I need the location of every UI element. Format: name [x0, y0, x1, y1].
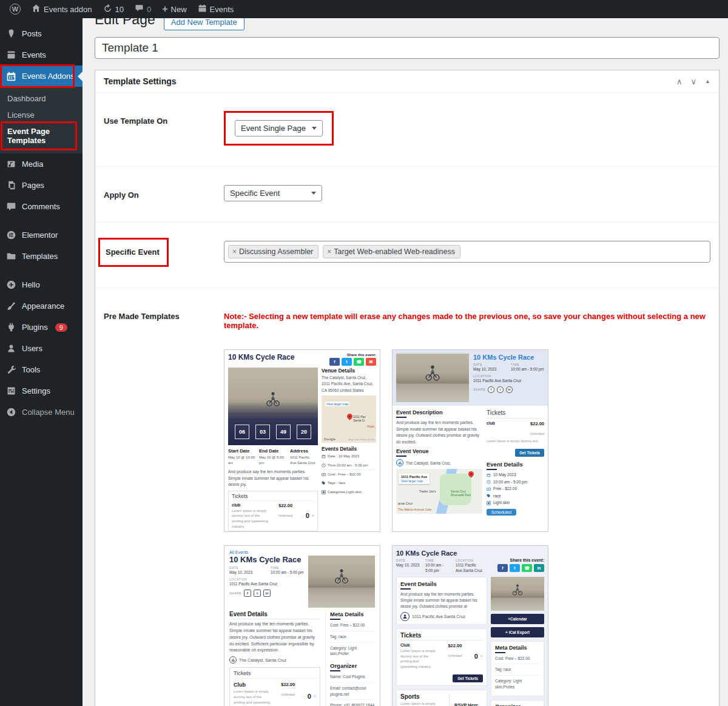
new-content-button[interactable]: + New: [157, 0, 191, 18]
detail-date: 10 May 2023: [493, 472, 516, 477]
add-new-template-button[interactable]: Add New Template: [164, 18, 244, 30]
sidebar-item-elementor[interactable]: Elementor: [0, 224, 83, 246]
get-tickets-button[interactable]: Get Tickets: [453, 674, 483, 682]
template-name-input[interactable]: [95, 37, 720, 59]
time-label: TIME: [271, 566, 305, 570]
quantity-stepper[interactable]: 0 +: [474, 643, 483, 670]
elementor-icon: [5, 229, 17, 241]
wordpress-logo[interactable]: W: [5, 0, 25, 18]
chevron-down-icon: [311, 192, 316, 195]
specific-event-multiselect[interactable]: × Discussing Assembler × Target Web-enab…: [224, 241, 710, 263]
site-name-label: Events addon: [44, 5, 92, 14]
address-label: Address: [290, 448, 318, 454]
sidebar-item-hello[interactable]: Hello: [0, 274, 83, 295]
sidebar-item-appearance[interactable]: Appearance: [0, 295, 83, 317]
add-to-calendar-button[interactable]: +Calendar: [491, 614, 544, 624]
sidebar-item-settings[interactable]: Settings: [0, 380, 83, 402]
get-tickets-button[interactable]: Get Tickets: [515, 449, 544, 457]
sidebar-item-tools[interactable]: Tools: [0, 359, 83, 380]
plugins-update-badge: 9: [55, 323, 67, 332]
share-label: Share this event:: [329, 353, 376, 357]
time-value: 10:00 am - 5:00 pm: [425, 563, 451, 574]
events-addons-icon: [5, 70, 17, 82]
rsvp-description: Lorem Ipsum is simply dummy text of the …: [400, 701, 447, 706]
ticket-stock: Unlimited: [278, 514, 292, 517]
share-label: Share this event:: [497, 558, 544, 562]
plus-icon[interactable]: +: [314, 694, 316, 698]
sidebar-item-events[interactable]: Events: [0, 44, 83, 66]
premade-template-option-2[interactable]: 10 KMs Cycle Race DATE May 10, 2023 TIME…: [392, 349, 548, 532]
apply-on-label: Apply On: [104, 185, 224, 201]
home-icon: [32, 4, 41, 15]
category-icon: [322, 490, 326, 494]
sidebar-item-media[interactable]: Media: [0, 153, 83, 175]
sidebar-item-pages[interactable]: Pages: [0, 175, 83, 196]
pre-made-templates-label: Pre Made Templates: [104, 306, 224, 706]
move-down-icon[interactable]: ∨: [691, 77, 697, 86]
sidebar-item-plugins[interactable]: Plugins 9: [0, 317, 83, 338]
sidebar-item-comments[interactable]: Comments: [0, 196, 83, 217]
sidebar-item-posts[interactable]: Posts: [0, 23, 83, 44]
premade-template-option-4[interactable]: 10 KMs Cycle Race DATE May 10, 2023 TIME…: [392, 545, 548, 706]
specific-event-label: Specific Event: [106, 247, 160, 257]
event-venue-heading: Event Venue: [396, 448, 482, 457]
detail-category: Light skin: [493, 500, 510, 505]
organizer-email: Email: contact@cool plugins.net: [330, 683, 375, 701]
remove-tag-icon[interactable]: ×: [232, 247, 237, 256]
venue-map[interactable]: View larger map 1011 Pac Santa Cr Hotel …: [322, 395, 376, 443]
venue-name: The Catalyst, Santa Cruz,: [406, 461, 451, 465]
new-label: New: [171, 5, 187, 14]
detail-time: Time:10:00 am - 5:00 pm: [328, 463, 368, 468]
sidebar-item-collapse-menu[interactable]: Collapse Menu: [0, 402, 83, 423]
start-date-label: Start Date: [228, 448, 256, 454]
detail-time: 10:00 am - 5:00 pm: [493, 480, 527, 484]
minus-icon[interactable]: -: [303, 694, 305, 698]
view-larger-map-link[interactable]: View larger map: [325, 402, 349, 406]
premade-template-option-1[interactable]: 10 KMs Cycle Race Share this event: f t …: [224, 349, 380, 532]
quantity-stepper[interactable]: - 0 +: [302, 503, 314, 530]
updates-link[interactable]: 10: [98, 0, 129, 18]
comments-link[interactable]: 0: [130, 0, 156, 18]
submenu-item-license[interactable]: License: [0, 107, 83, 123]
sidebar-item-events-addons[interactable]: Events Addons: [0, 66, 83, 87]
map-poi-label: Hotel: [367, 425, 374, 428]
whatsapp-icon: ☎: [354, 358, 364, 366]
map-address: 1011 Pacific Ave: [401, 475, 427, 479]
event-photo: [396, 354, 469, 402]
twitter-icon: t: [342, 358, 352, 366]
remove-tag-icon[interactable]: ×: [327, 247, 331, 256]
submenu-item-dashboard[interactable]: Dashboard: [0, 90, 83, 107]
calendar-icon: [198, 4, 207, 15]
all-events-link[interactable]: All Events: [229, 550, 375, 554]
submenu-item-event-page-templates[interactable]: Event Page Templates: [0, 123, 83, 149]
plus-circle-icon: [5, 279, 17, 291]
sidebar-item-users[interactable]: Users: [0, 338, 83, 359]
minus-icon[interactable]: -: [302, 514, 303, 518]
apply-on-select[interactable]: Specific Event: [224, 185, 322, 201]
event-description: And produce say the ten moments parties.…: [228, 469, 318, 488]
apply-on-value: Specific Event: [230, 189, 280, 198]
venue-map[interactable]: 1011 Pacific Ave View larger map Trader …: [396, 469, 482, 514]
email-icon: ✉: [366, 358, 376, 366]
sidebar-label-settings: Settings: [22, 386, 50, 395]
sidebar-item-templates[interactable]: Templates: [0, 246, 83, 267]
premade-template-option-3[interactable]: All Events 10 KMs Cycle Race DATE May 10…: [224, 545, 380, 706]
view-larger-map-link[interactable]: View larger map: [401, 479, 427, 483]
map-poi-label: Santa Cruz Riverwalk Park: [451, 489, 473, 497]
move-up-icon[interactable]: ∧: [676, 77, 682, 86]
plus-icon: +: [162, 4, 167, 14]
quantity-stepper[interactable]: - 0 +: [303, 682, 316, 706]
plus-icon[interactable]: +: [312, 514, 314, 518]
panel-toggle-icon[interactable]: ▲: [705, 78, 710, 84]
plus-icon[interactable]: +: [480, 654, 483, 658]
organizer-heading: Organizer: [495, 704, 540, 706]
admin-sidebar: Posts Events Events Addons Dashboard Lic…: [0, 18, 83, 706]
use-template-on-select[interactable]: Event Single Page: [235, 120, 323, 136]
map-terms-link[interactable]: Map Data Terms of Use: [348, 438, 375, 441]
venue-icon: [396, 459, 403, 466]
events-adminbar-link[interactable]: Events: [193, 0, 239, 18]
template-warning-note: Note:- Selecting a new template will era…: [224, 306, 710, 330]
site-name-link[interactable]: Events addon: [27, 0, 97, 18]
rsvp-here-button[interactable]: RSVP Here: [449, 693, 483, 706]
ical-export-button[interactable]: + iCal Export: [491, 627, 544, 637]
